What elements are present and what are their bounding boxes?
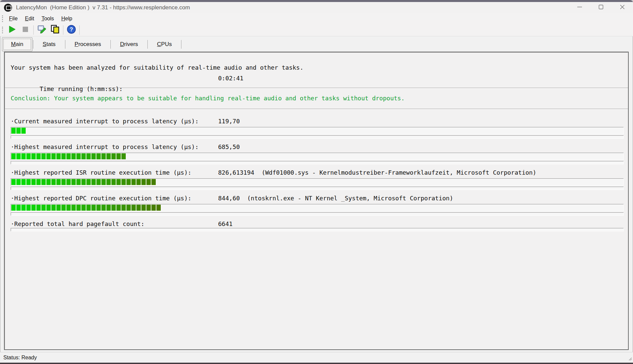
resize-grip-icon[interactable]	[628, 356, 632, 362]
tab-processes[interactable]: Processes	[66, 37, 110, 51]
metric-row: ·Current measured interrupt to process l…	[5, 113, 628, 139]
help-button[interactable]: ?	[65, 25, 78, 35]
tab-main[interactable]: Main	[2, 37, 32, 51]
bar-segment	[136, 205, 141, 211]
metrics-list: ·Current measured interrupt to process l…	[5, 109, 628, 231]
bar-segment	[11, 128, 16, 134]
bar-segment	[31, 205, 36, 211]
metric-secondary-bar	[11, 135, 624, 139]
metric-value-group: 685,50	[218, 143, 240, 151]
analysis-summary: Your system has been analyzed for suitab…	[5, 52, 628, 88]
report-button[interactable]	[48, 25, 62, 35]
metric-progress-bar	[11, 204, 624, 211]
menu-edit[interactable]: Edit	[21, 15, 38, 23]
close-icon	[620, 4, 625, 11]
bar-segment	[51, 153, 56, 159]
bar-segment	[106, 153, 111, 159]
bar-segment	[121, 153, 126, 159]
bar-segment	[41, 153, 46, 159]
bar-segment	[91, 205, 96, 211]
metric-secondary-bar	[11, 228, 624, 231]
bar-segment	[81, 179, 86, 185]
bar-segment	[26, 205, 31, 211]
bar-segment	[131, 205, 136, 211]
bar-segment	[91, 153, 96, 159]
bar-segment	[21, 205, 26, 211]
help-icon: ?	[66, 24, 76, 36]
bar-segment	[86, 179, 91, 185]
bar-segment	[146, 205, 151, 211]
metric-row: ·Reported total hard pagefault count:664…	[5, 216, 628, 231]
metric-row: ·Highest reported ISR routine execution …	[5, 164, 628, 190]
metric-value-group: 6641	[218, 220, 232, 228]
minimize-button[interactable]	[569, 2, 590, 13]
bar-segment	[21, 179, 26, 185]
tab-cpus[interactable]: CPUs	[148, 37, 180, 51]
bar-segment	[46, 153, 51, 159]
menu-gripper-icon	[2, 15, 3, 22]
bar-segment	[91, 179, 96, 185]
bar-segment	[66, 179, 71, 185]
tab-drivers[interactable]: Drivers	[111, 37, 147, 51]
metric-value-group: 826,613194(Wdf01000.sys - Kernelmodustre…	[218, 168, 536, 177]
metric-value: 844,60	[218, 195, 240, 202]
bar-segment	[71, 153, 76, 159]
bar-segment	[66, 205, 71, 211]
bar-segment	[111, 179, 116, 185]
bar-segment	[131, 179, 136, 185]
bar-segment	[111, 153, 116, 159]
status-text: Status: Ready	[3, 355, 37, 361]
metric-progress-bar	[11, 127, 624, 134]
bar-segment	[66, 153, 71, 159]
tab-separator	[110, 40, 111, 49]
bar-segment	[121, 205, 126, 211]
bar-segment	[16, 205, 21, 211]
bar-segment	[16, 128, 21, 134]
tab-stats[interactable]: Stats	[34, 37, 64, 51]
svg-text:?: ?	[70, 26, 73, 33]
menu-help[interactable]: Help	[58, 15, 76, 23]
metric-label: Highest reported ISR routine execution t…	[14, 169, 191, 176]
menu-file[interactable]: File	[5, 15, 21, 23]
time-running-line: Time running (h:mm:ss): 0:02:41	[11, 73, 623, 84]
bar-segment	[106, 179, 111, 185]
bar-segment	[61, 205, 66, 211]
maximize-button[interactable]	[590, 2, 612, 13]
tab-separator	[147, 40, 148, 49]
toolbar: ?	[0, 24, 633, 36]
bar-segment	[36, 153, 41, 159]
metric-row: ·Highest measured interrupt to process l…	[5, 139, 628, 164]
metric-value-group: 119,70	[218, 117, 240, 125]
play-icon	[8, 25, 16, 35]
bar-segment	[151, 205, 156, 211]
bar-segment	[31, 153, 36, 159]
bar-segment	[146, 179, 151, 185]
bar-segment	[86, 153, 91, 159]
metric-secondary-bar	[11, 161, 624, 164]
bar-segment	[106, 205, 111, 211]
toolbar-gripper-icon	[2, 27, 3, 33]
bar-segment	[121, 179, 126, 185]
bar-segment	[96, 153, 101, 159]
bar-segment	[101, 179, 106, 185]
toolbar-separator	[79, 25, 80, 35]
start-monitor-button[interactable]	[5, 25, 19, 35]
metric-bullet: ·	[11, 220, 14, 227]
options-button[interactable]	[35, 25, 48, 35]
metric-detail: (Wdf01000.sys - Kernelmodustreiber-Frame…	[261, 169, 536, 176]
metric-bullet: ·	[11, 143, 14, 150]
report-icon	[50, 24, 60, 36]
close-button[interactable]	[612, 2, 633, 13]
bar-segment	[126, 179, 131, 185]
metric-bullet: ·	[11, 118, 14, 125]
metric-label-row: ·Highest reported ISR routine execution …	[11, 168, 624, 177]
metric-value: 119,70	[218, 118, 240, 125]
bar-segment	[56, 179, 61, 185]
toolbar-separator	[63, 25, 63, 35]
bar-segment	[51, 205, 56, 211]
tab-separator	[33, 40, 33, 49]
metric-progress-bar	[11, 178, 624, 186]
bar-segment	[96, 205, 101, 211]
menu-tools[interactable]: Tools	[38, 15, 57, 23]
stop-monitor-button[interactable]	[19, 25, 32, 35]
